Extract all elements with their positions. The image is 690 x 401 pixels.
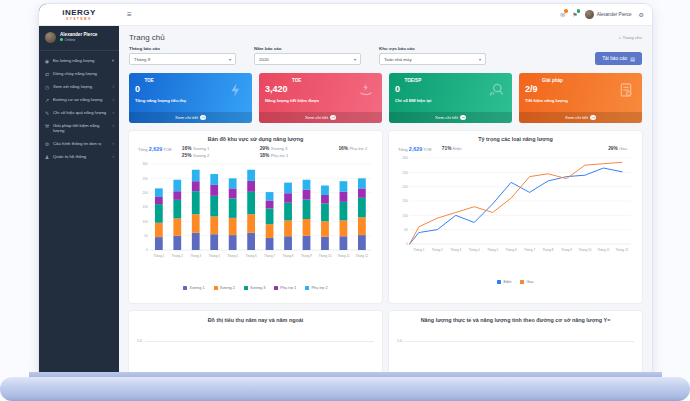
avatar [585, 10, 594, 19]
sidebar-item-label: Chỉ số hiệu quả năng lượng [53, 110, 110, 116]
filter-area-select[interactable]: Toàn nhà máy▾ [379, 53, 486, 65]
stat-card-total-consumption: 0 TOE Tổng năng lượng tiêu thụ Xem chi t… [129, 73, 252, 123]
svg-text:Tháng 10: Tháng 10 [579, 248, 592, 252]
chevron-right-icon: › [113, 84, 115, 90]
legend-item: Gas [520, 279, 533, 284]
hamburger-icon[interactable]: ≡ [127, 10, 132, 19]
download-report-button[interactable]: Tải báo cáo▤ [595, 52, 642, 65]
chart-legend-top: Tổng 2,629 TOE16%Xưởng 125%Xưởng 229%Xưở… [136, 146, 375, 158]
arrow-circle-icon: → [330, 115, 336, 121]
legend-swatch [497, 280, 501, 284]
notifications-flag-icon[interactable]: ⚑ [572, 11, 577, 19]
messages-badge [564, 9, 568, 13]
arrow-circle-icon: → [460, 115, 466, 121]
sidebar-item[interactable]: ↗Đường cơ sở năng lượng› [39, 93, 119, 106]
admin-user-icon: ♟ [44, 154, 50, 160]
sidebar-item[interactable]: ◉Đo lường năng lượng▾ [39, 54, 119, 67]
chart-legend-bottom: ĐiệnGas [396, 279, 635, 284]
chart-title: Bản đồ khu vực sử dụng năng lượng [136, 136, 375, 142]
svg-text:150: 150 [142, 205, 147, 209]
breakdown-column: 29%Gas [608, 146, 627, 151]
sidebar-item[interactable]: ⇄Dòng chảy năng lượng [39, 67, 119, 80]
chevron-down-icon: ▾ [354, 57, 356, 62]
stat-footer-link[interactable]: Xem chi tiết→ [519, 112, 642, 123]
filter-year-select[interactable]: 2020▾ [254, 53, 361, 65]
legend-item: Xưởng 1 [183, 285, 204, 290]
stat-footer-link[interactable]: Xem chi tiết→ [259, 112, 382, 123]
sidebar-item[interactable]: ⚒Giải pháp tiết kiệm năng lượng› [39, 119, 119, 137]
arrow-circle-icon: → [200, 115, 206, 121]
chevron-down-icon: ▾ [479, 57, 481, 62]
user-status: Online [60, 38, 97, 43]
filter-month-select[interactable]: Tháng 9▾ [129, 53, 236, 65]
legend-label: Xưởng 3 [250, 285, 265, 290]
filter-month-label: Tháng báo cáo [129, 46, 236, 51]
chart-card-baseline-comparison: Năng lượng thực tế và năng lượng tính th… [389, 311, 642, 372]
svg-text:Tháng 11: Tháng 11 [337, 254, 350, 258]
chart-total: Tổng 2,629 TOE [138, 146, 172, 152]
breakdown-column: 16%Phụ trợ 2 [338, 146, 367, 158]
legend-swatch [244, 286, 248, 290]
gridline [405, 341, 634, 342]
chart-breakdown: 16%Xưởng 125%Xưởng 229%Xưởng 318%Phụ trợ… [182, 146, 373, 158]
sidebar-item[interactable]: ◷Xem xét năng lượng› [39, 80, 119, 93]
legend-item: Điện [497, 279, 511, 284]
arrow-circle-icon: → [590, 115, 596, 121]
sidebar-menu: ◉Đo lường năng lượng▾⇄Dòng chảy năng lượ… [39, 51, 119, 166]
svg-text:Tháng 4: Tháng 4 [209, 254, 220, 258]
stat-value: 0 [395, 84, 400, 94]
breakdown-item: 16%Xưởng 1 [182, 146, 210, 151]
sidebar-item[interactable]: ⚙Cấu hình thông tin đơn vị› [39, 137, 119, 150]
bottom-charts-row: Đồ thị tiêu thụ năm nay và năm ngoái 1.0… [129, 311, 642, 372]
brand-name: iNERGY [62, 9, 96, 17]
page-title: Trang chủ [129, 33, 165, 42]
stat-label: Tiết kiệm năng lượng [525, 98, 600, 104]
svg-text:Tháng 9: Tháng 9 [561, 248, 572, 252]
svg-text:200: 200 [402, 185, 407, 189]
breakdown-item: 16%Phụ trợ 2 [338, 146, 367, 151]
laptop-screen: iNERGY SYSTEMS Alexander Pierce Online ◉… [39, 4, 652, 372]
chevron-right-icon: › [113, 154, 115, 160]
charts-row: Bản đồ khu vực sử dụng năng lượng Tổng 2… [129, 131, 642, 303]
legend-item: Phụ trợ 2 [305, 285, 327, 290]
stat-card-energy-saved: 3,420 TOE Năng lượng tiết kiệm được Xem … [259, 73, 382, 123]
sidebar-item-label: Cấu hình thông tin đơn vị [53, 141, 110, 147]
stat-footer-link[interactable]: Xem chi tiết→ [129, 112, 252, 123]
svg-text:Tháng 5: Tháng 5 [227, 254, 238, 258]
home-icon: ⌂ [619, 35, 622, 40]
legend-label: Gas [526, 279, 533, 284]
chart-title: Tỷ trọng các loại năng lượng [396, 136, 635, 142]
sidebar-user-panel[interactable]: Alexander Pierce Online [39, 26, 119, 51]
stat-footer-link[interactable]: Xem chi tiết→ [389, 112, 512, 123]
svg-text:100: 100 [402, 213, 407, 217]
sidebar-item-label: Đo lường năng lượng [53, 58, 109, 64]
stat-label: Chỉ số ĐM hiện tại [395, 98, 470, 104]
sidebar-item[interactable]: ✎Chỉ số hiệu quả năng lượng› [39, 106, 119, 119]
filter-row: Tháng báo cáo Tháng 9▾ Năm báo cáo 2020▾… [129, 46, 642, 65]
chart-card-energy-types: Tỷ trọng các loại năng lượng Tổng 2,629 … [389, 131, 642, 303]
sidebar-item-label: Xem xét năng lượng [53, 84, 110, 90]
svg-text:200: 200 [142, 191, 147, 195]
legend-label: Điện [503, 279, 511, 284]
svg-text:150: 150 [402, 199, 407, 203]
sidebar-item-label: Dòng chảy năng lượng [53, 71, 111, 77]
stat-cards-row: 0 TOE Tổng năng lượng tiêu thụ Xem chi t… [129, 73, 642, 123]
legend-swatch [274, 286, 278, 290]
messages-icon[interactable]: ✉ [560, 11, 565, 19]
sidebar-item[interactable]: ♟Quản trị hệ thống› [39, 150, 119, 163]
legend-item: Xưởng 3 [244, 285, 265, 290]
svg-text:Tháng 2: Tháng 2 [172, 254, 183, 258]
stat-value: 3,420 [265, 84, 288, 94]
stat-card-current-index: 0 TOE/SP Chỉ số ĐM hiện tại Xem chi tiết… [389, 73, 512, 123]
settings-gear-icon[interactable]: ⚙ [639, 11, 644, 19]
breadcrumb[interactable]: ⌂ Trang chủ [619, 35, 642, 40]
stat-unit: Giải pháp [542, 78, 563, 83]
stat-value: 2/9 [525, 84, 538, 94]
brand-logo[interactable]: iNERGY SYSTEMS [39, 4, 119, 26]
svg-text:100: 100 [142, 219, 147, 223]
notifications-badge [577, 9, 581, 13]
topbar-user-menu[interactable]: Alexander Pierce [585, 10, 632, 19]
svg-text:Tháng 12: Tháng 12 [616, 248, 629, 252]
breakdown-column: 71%Điện [442, 146, 462, 151]
breakdown-item: 29%Xưởng 3 [260, 146, 289, 151]
